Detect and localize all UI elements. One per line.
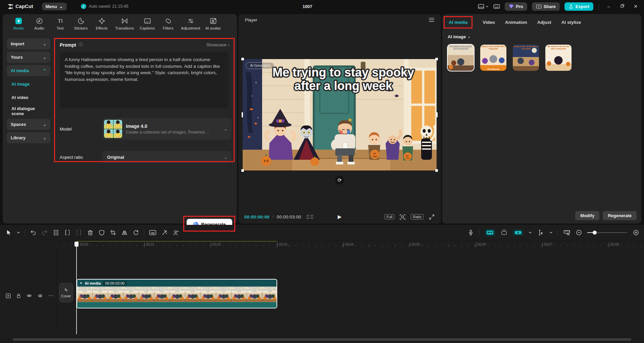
tab-captions[interactable]: Captions (137, 17, 158, 30)
cover-button[interactable]: ✎ Cover (59, 283, 73, 302)
track-preview-icon[interactable] (5, 293, 11, 299)
selection-handle[interactable] (435, 58, 438, 60)
sidebar-item-ai-image[interactable]: AI image (7, 79, 50, 90)
layout-switch-button[interactable] (478, 4, 489, 9)
tab-adjustment[interactable]: Adjustment (179, 17, 203, 30)
replace-icon[interactable] (133, 229, 139, 236)
speaker-icon[interactable] (37, 293, 43, 299)
tab-animation[interactable]: Animation (505, 20, 527, 25)
clip-frame: Me trying to stay spooky after a long we… (232, 287, 247, 302)
clip-frame: Me trying to stay spooky after a long we… (201, 287, 216, 302)
modify-button[interactable]: Modify (575, 211, 599, 220)
eye-icon[interactable] (26, 293, 32, 298)
tab-audio[interactable]: Audio (29, 17, 50, 30)
ratio-button[interactable]: Ratio (411, 214, 424, 219)
tab-media[interactable]: Media (8, 17, 29, 30)
more-options-icon[interactable]: ⋯ (48, 293, 53, 299)
tab-ai-media[interactable]: AI media (444, 16, 473, 29)
close-button[interactable]: ✕ (631, 4, 640, 9)
shortcuts-button[interactable] (493, 4, 500, 9)
tab-transitions[interactable]: Transitions (112, 17, 137, 30)
sidebar-item-library[interactable]: Library⌄ (7, 132, 50, 143)
split-icon[interactable] (53, 229, 59, 236)
zoom-in-icon[interactable] (633, 229, 639, 236)
character-sparkle-icon[interactable] (172, 229, 179, 236)
play-button[interactable]: ▶ (338, 214, 342, 220)
chevron-down-icon[interactable] (529, 231, 532, 234)
full-button[interactable]: Full (385, 214, 395, 219)
selection-handle[interactable] (435, 169, 438, 172)
menu-button[interactable]: Menu ⌄ (42, 3, 67, 10)
undo-icon[interactable] (30, 229, 37, 236)
showcase-link[interactable]: Showcase › (206, 42, 229, 47)
split-right-icon[interactable] (76, 229, 82, 236)
tab-text[interactable]: TI Text (50, 17, 70, 30)
preview-zoom-icon[interactable] (399, 214, 406, 220)
ai-media-clip[interactable]: ✦ AI media 00:00:03:00 Me trying to stay… (77, 279, 277, 308)
clip-frame: Me trying to stay spooky after a long we… (139, 287, 154, 302)
sidebar-item-ai-dialogue-scene[interactable]: AI dialogue scene (7, 105, 50, 116)
magic-wand-icon[interactable] (161, 229, 168, 236)
tab-effects[interactable]: Effects (91, 17, 112, 30)
fullscreen-icon[interactable] (429, 214, 435, 220)
audio-icon (36, 17, 43, 25)
prompt-textarea[interactable]: A funny Halloween meme showing a tired p… (60, 52, 229, 108)
pro-button[interactable]: Pro (505, 2, 527, 11)
model-thumbnail (104, 120, 122, 138)
microphone-icon[interactable] (467, 229, 474, 236)
share-button[interactable]: Share (532, 2, 560, 11)
selection-handle[interactable] (242, 112, 243, 117)
preview-axis-icon[interactable] (563, 229, 571, 236)
timeline-ruler[interactable]: 00:00 00:01 00:02 00:03 00:04 00:05 00:0… (0, 240, 644, 249)
sidebar-item-ai-video[interactable]: AI video (7, 92, 50, 103)
snap-toggle[interactable] (485, 229, 495, 236)
sidebar-item-spaces[interactable]: Spaces⌄ (7, 119, 50, 130)
delete-icon[interactable] (87, 229, 94, 236)
timeline-zoom-slider[interactable] (587, 232, 628, 233)
playhead-handle[interactable] (75, 242, 79, 247)
hd-icon[interactable]: HD (149, 229, 156, 236)
tab-video[interactable]: Video (483, 20, 495, 25)
restore-button[interactable] (618, 4, 627, 9)
info-icon[interactable]: ⓘ (79, 42, 83, 48)
selection-handle[interactable] (436, 112, 438, 117)
auto-cut-icon[interactable] (537, 229, 544, 236)
player-menu-icon[interactable] (429, 18, 434, 22)
rotate-button[interactable]: ⟳ (335, 176, 344, 185)
horizontal-scrollbar[interactable] (13, 338, 631, 341)
tab-ai-avatar[interactable]: AI avatar (203, 17, 224, 30)
minimize-button[interactable]: – (604, 4, 613, 9)
frames-grid-icon[interactable] (306, 215, 313, 219)
lock-icon[interactable] (16, 293, 21, 299)
freeze-frame-icon[interactable] (500, 229, 508, 236)
zoom-out-icon[interactable] (576, 229, 582, 236)
result-thumbnail-1[interactable]: Me trying to stay spooky after a long we… (448, 45, 474, 71)
crop-icon[interactable] (110, 229, 116, 236)
regenerate-button-right[interactable]: Regenerate (603, 211, 637, 220)
selection-handle[interactable] (241, 169, 244, 172)
tab-filters[interactable]: Filters (158, 17, 179, 30)
ai-image-section-header[interactable]: AI image ▴ (442, 30, 641, 39)
tab-adjust[interactable]: Adjust (537, 20, 551, 25)
mirror-icon[interactable] (121, 229, 128, 236)
link-toggle[interactable] (513, 229, 524, 236)
tab-ai-stylize[interactable]: AI stylize (561, 20, 581, 25)
result-thumbnail-4[interactable]: Me trying to stay spooky after a long we… (545, 45, 572, 71)
tab-stickers[interactable]: Stickers (70, 17, 91, 30)
export-button[interactable]: Export (564, 2, 593, 11)
select-tool-icon[interactable] (5, 229, 12, 236)
selection-handle[interactable] (241, 58, 244, 60)
split-left-icon[interactable] (64, 229, 71, 236)
redo-icon[interactable] (41, 229, 48, 236)
chevron-down-icon[interactable] (549, 231, 553, 234)
sidebar-item-yours[interactable]: Yours⌄ (7, 52, 50, 63)
sidebar-item-ai-media[interactable]: AI media⌃ (7, 65, 50, 76)
mask-icon[interactable] (98, 229, 105, 236)
aspect-ratio-select[interactable]: Original ⌄ (102, 151, 232, 163)
model-select[interactable]: Image 4.0 Create a cohesive set of image… (102, 118, 232, 140)
preview-image[interactable]: Me trying to stay spooky after a long we… (243, 59, 437, 170)
chevron-down-icon[interactable] (17, 231, 20, 234)
result-thumbnail-2[interactable]: trying to stay spooky after a long week#… (480, 45, 506, 71)
sidebar-item-import[interactable]: Import⌄ (7, 38, 50, 49)
result-thumbnail-3[interactable]: trying to stay spooky after a long week (513, 45, 539, 71)
